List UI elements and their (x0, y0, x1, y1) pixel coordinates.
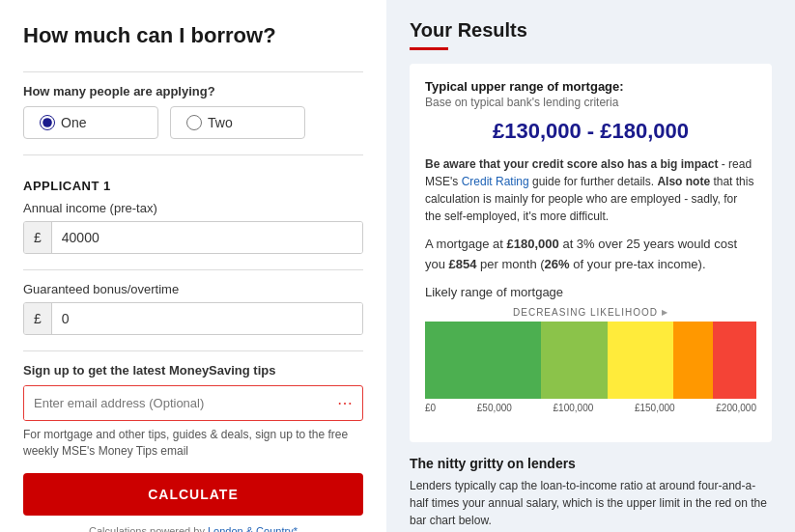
mortgage-detail: A mortgage at £180,000 at 3% over 25 yea… (425, 235, 756, 275)
chart-axis-label: £100,000 (554, 403, 594, 413)
income-prefix: £ (24, 222, 52, 253)
bonus-label: Guaranteed bonus/overtime (23, 282, 363, 296)
chart-label-top: DECREASING LIKELIHOOD (425, 307, 756, 318)
powered-text: Calculations powered by (89, 525, 208, 532)
chart-axis-label: £150,000 (635, 403, 675, 413)
income-label: Annual income (pre-tax) (23, 201, 363, 215)
bar-segment (425, 322, 541, 399)
radio-two-label: Two (208, 115, 233, 130)
income-input[interactable] (52, 222, 362, 253)
divider-top (23, 71, 363, 72)
results-title: Your Results (410, 19, 772, 42)
income-input-wrapper: £ (23, 221, 363, 254)
likely-label: Likely range of mortgage (425, 285, 756, 299)
mortgage-amount: £180,000 (507, 237, 559, 251)
email-section-label: Sign up to get the latest MoneySaving ti… (23, 363, 363, 378)
people-label: How many people are applying? (23, 84, 363, 98)
bonus-prefix: £ (24, 303, 52, 334)
people-radio-group: One Two (23, 106, 363, 139)
powered-by: Calculations powered by London & Country… (23, 525, 363, 532)
typical-sub: Base on typical bank's lending criteria (425, 96, 756, 109)
powered-link[interactable]: London & Country* (208, 525, 298, 532)
info-bold-4: Also note (657, 175, 710, 188)
mortgage-range: £130,000 - £180,000 (425, 119, 756, 144)
percentage: 26% (545, 257, 570, 271)
chart-axis: £0£50,000£100,000£150,000£200,000 (425, 403, 756, 413)
mortgage-detail-4: of your pre-tax income). (570, 257, 706, 271)
bar-segment (713, 322, 756, 399)
bar-chart (425, 322, 756, 399)
nitty-title: The nitty gritty on lenders (410, 456, 772, 471)
bonus-input-wrapper: £ (23, 302, 363, 335)
info-span-3: guide for further details. (529, 175, 658, 188)
bonus-input[interactable] (52, 303, 362, 334)
results-card: Typical upper range of mortgage: Base on… (410, 64, 772, 442)
chart-axis-label: £50,000 (477, 403, 512, 413)
email-input-wrapper: ⋯ (23, 385, 363, 421)
radio-one-input[interactable] (40, 115, 55, 130)
typical-label: Typical upper range of mortgage: (425, 79, 756, 94)
radio-two-input[interactable] (186, 115, 202, 130)
radio-one-label: One (61, 115, 86, 130)
results-underline (410, 47, 448, 50)
right-panel: Your Results Typical upper range of mort… (386, 0, 795, 532)
monthly-cost: £854 (449, 257, 477, 271)
info-bold-1: Be aware that your credit score also has… (425, 157, 718, 171)
chart-axis-label: £200,000 (716, 403, 756, 413)
credit-rating-link[interactable]: Credit Rating (462, 175, 529, 188)
calculate-button[interactable]: CALCULATE (23, 473, 363, 516)
chart-axis-label: £0 (425, 403, 436, 413)
divider-bonus (23, 269, 363, 270)
email-icon: ⋯ (327, 386, 362, 420)
bar-segment (608, 322, 674, 399)
left-panel: How much can I borrow? How many people a… (0, 0, 386, 532)
email-input[interactable] (24, 386, 327, 420)
radio-two-option[interactable]: Two (170, 106, 305, 139)
bar-segment (541, 322, 608, 399)
email-hint: For mortgage and other tips, guides & de… (23, 427, 363, 460)
mortgage-detail-3: per month ( (477, 257, 545, 271)
nitty-text: Lenders typically cap the loan-to-income… (410, 477, 772, 529)
page-title: How much can I borrow? (23, 23, 363, 48)
mortgage-detail-1: A mortgage at (425, 237, 507, 251)
divider-email (23, 350, 363, 351)
bar-segment (673, 322, 713, 399)
divider-applicant (23, 154, 363, 155)
info-text: Be aware that your credit score also has… (425, 155, 756, 225)
applicant-header: APPLICANT 1 (23, 179, 363, 193)
chart-container: DECREASING LIKELIHOOD £0£50,000£100,000£… (425, 307, 756, 413)
radio-one-option[interactable]: One (23, 106, 158, 139)
